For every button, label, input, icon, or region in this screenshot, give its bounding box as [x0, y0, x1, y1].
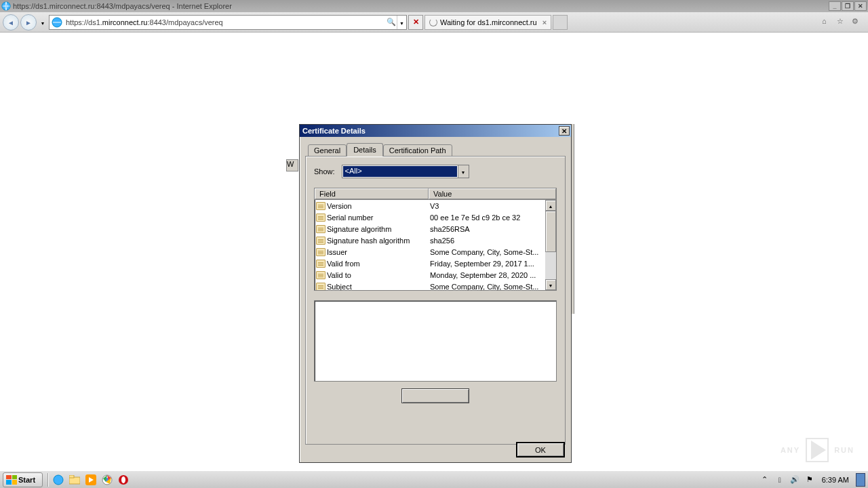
- windows-logo-icon: [6, 475, 17, 485]
- list-row[interactable]: IssuerSome Company, City, Some-St...: [315, 246, 545, 258]
- field-icon: [316, 202, 326, 210]
- show-desktop-button[interactable]: [856, 473, 865, 487]
- field-icon: [316, 248, 326, 256]
- field-name: Valid from: [327, 260, 430, 268]
- field-value: Friday, ‎September ‎29, ‎2017 1...: [430, 260, 545, 268]
- taskbar-ie-icon[interactable]: [50, 472, 66, 487]
- field-name: Version: [327, 202, 430, 210]
- list-scrollbar[interactable]: [545, 200, 556, 290]
- field-value: sha256: [430, 237, 545, 245]
- minimize-button[interactable]: _: [829, 1, 841, 11]
- browser-tab[interactable]: Waiting for ds1.mirconnect.ru ×: [425, 15, 551, 30]
- scroll-down-button[interactable]: [545, 279, 556, 290]
- dialog-titlebar[interactable]: Certificate Details ✕: [300, 125, 571, 137]
- new-tab-button[interactable]: [553, 15, 568, 30]
- dialog-close-button[interactable]: ✕: [559, 126, 570, 136]
- svg-rect-4: [69, 475, 74, 478]
- chevron-down-icon: [41, 18, 45, 26]
- watermark-text: ANY: [781, 446, 800, 454]
- tab-close-icon[interactable]: ×: [542, 18, 547, 26]
- field-name: Issuer: [327, 248, 430, 256]
- background-window-fragment: W: [286, 159, 298, 171]
- field-icon: [316, 283, 326, 291]
- favorites-icon[interactable]: ☆: [837, 17, 848, 28]
- list-row[interactable]: SubjectSome Company, City, Some-St...: [315, 281, 545, 290]
- chevron-down-icon: [461, 167, 466, 176]
- field-name: Signature hash algorithm: [327, 237, 430, 245]
- field-icon: [316, 225, 326, 233]
- stop-button[interactable]: ✕: [408, 15, 423, 30]
- home-icon[interactable]: ⌂: [822, 17, 833, 28]
- scroll-thumb[interactable]: [545, 211, 556, 252]
- scroll-track[interactable]: [545, 211, 556, 279]
- tab-details[interactable]: Details: [347, 143, 383, 157]
- window-title: https://ds1.mirconnect.ru:8443/mdpayacs/…: [13, 2, 828, 10]
- field-name: Serial number: [327, 214, 430, 222]
- close-button[interactable]: ✕: [854, 1, 867, 11]
- play-icon: [806, 438, 829, 462]
- ie-toolbar: https://ds1.mirconnect.ru:8443/mdpayacs/…: [0, 12, 868, 33]
- taskbar-explorer-icon[interactable]: [66, 472, 83, 487]
- show-dropdown[interactable]: <All>: [342, 165, 469, 178]
- scroll-up-button[interactable]: [545, 200, 556, 211]
- dialog-tabs: General Details Certification Path: [308, 143, 566, 157]
- tools-icon[interactable]: ⚙: [852, 17, 863, 28]
- maximize-button[interactable]: ❐: [842, 1, 854, 11]
- list-row[interactable]: Valid toMonday, September 28, 2020 ...: [315, 269, 545, 281]
- field-name: Signature algorithm: [327, 225, 430, 233]
- addr-dropdown[interactable]: [397, 16, 406, 29]
- address-bar[interactable]: https://ds1.mirconnect.ru:8443/mdpayacs/…: [49, 15, 407, 30]
- field-value: Monday, September 28, 2020 ...: [430, 271, 545, 279]
- svg-point-2: [54, 475, 63, 485]
- field-name: Subject: [327, 283, 430, 291]
- arrow-right-icon: [25, 18, 32, 26]
- field-icon: [316, 237, 326, 245]
- tray-network-icon[interactable]: 🷀: [774, 474, 785, 485]
- list-row[interactable]: Signature hash algorithmsha256: [315, 235, 545, 246]
- taskbar-chrome-icon[interactable]: [99, 472, 115, 487]
- details-panel: Show: <All> Field Value VersionV3Serial …: [305, 156, 566, 445]
- field-value: Some Company, City, Some-St...: [430, 283, 545, 291]
- dropdown-button[interactable]: [458, 165, 469, 178]
- list-row[interactable]: Valid fromFriday, ‎September ‎29, ‎2017 …: [315, 258, 545, 269]
- arrow-left-icon: [7, 18, 14, 26]
- field-detail-box: [314, 300, 557, 382]
- recent-dropdown[interactable]: [38, 14, 47, 30]
- start-button[interactable]: Start: [3, 472, 43, 487]
- forward-button[interactable]: [20, 14, 37, 30]
- background-window-fragment: [572, 124, 574, 314]
- col-field[interactable]: Field: [315, 188, 429, 199]
- ok-button[interactable]: OK: [517, 443, 564, 457]
- search-icon[interactable]: 🔍: [386, 18, 397, 26]
- fields-list[interactable]: Field Value VersionV3Serial number00 ee …: [314, 188, 557, 291]
- ie-page-icon: [52, 17, 62, 28]
- clock[interactable]: 6:39 AM: [819, 476, 852, 484]
- list-row[interactable]: VersionV3: [315, 200, 545, 211]
- loading-spinner-icon: [429, 18, 437, 26]
- tray-expand-icon[interactable]: ⌃: [760, 474, 770, 485]
- field-icon: [316, 271, 326, 279]
- taskbar-opera-icon[interactable]: [115, 472, 132, 487]
- field-value: 00 ee 1e 7e 5d c9 2b ce 32: [430, 214, 545, 222]
- show-selected-value: <All>: [343, 166, 457, 177]
- show-label: Show:: [314, 167, 335, 176]
- arrow-down-icon: [549, 281, 553, 289]
- col-value[interactable]: Value: [429, 188, 556, 199]
- dialog-title: Certificate Details: [302, 127, 559, 135]
- ie-titlebar: https://ds1.mirconnect.ru:8443/mdpayacs/…: [0, 0, 868, 12]
- tray-volume-icon[interactable]: 🔊: [789, 474, 800, 485]
- taskbar: Start ⌃ 🷀 🔊 ⚑ 6:39 AM: [0, 470, 868, 488]
- field-icon: [316, 214, 326, 222]
- watermark: ANY RUN: [781, 438, 854, 462]
- ie-logo-icon: [1, 1, 11, 11]
- svg-point-10: [121, 476, 125, 483]
- edit-properties-button[interactable]: [401, 388, 469, 403]
- url-text: https://ds1.mirconnect.ru:8443/mdpayacs/…: [64, 18, 386, 26]
- back-button[interactable]: [3, 14, 19, 30]
- tray-flag-icon[interactable]: ⚑: [804, 474, 815, 485]
- list-row[interactable]: Signature algorithmsha256RSA: [315, 223, 545, 235]
- list-header: Field Value: [315, 188, 556, 200]
- taskbar-media-icon[interactable]: [83, 472, 99, 487]
- list-row[interactable]: Serial number00 ee 1e 7e 5d c9 2b ce 32: [315, 211, 545, 223]
- start-label: Start: [18, 476, 35, 484]
